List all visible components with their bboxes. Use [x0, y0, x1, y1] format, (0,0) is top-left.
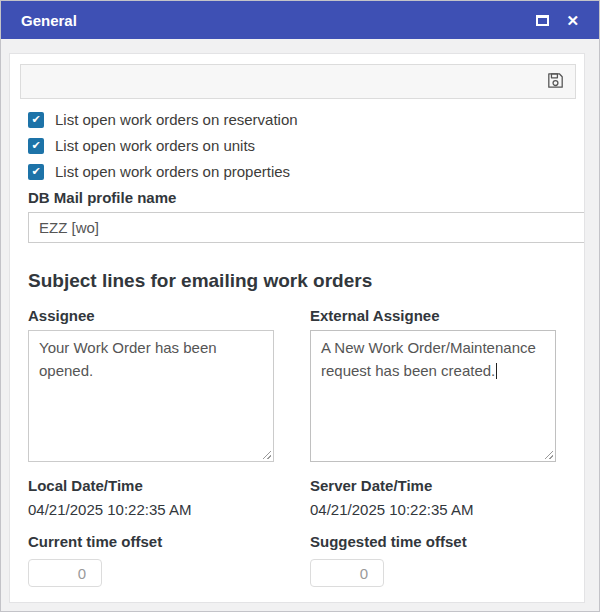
- checkbox-label: List open work orders on units: [55, 137, 255, 154]
- local-datetime-value: 04/21/2025 10:22:35 AM: [28, 501, 274, 518]
- checkbox-checked-icon[interactable]: ✔: [28, 138, 44, 154]
- dialog-body: ✔ List open work orders on reservation ✔…: [1, 39, 599, 611]
- save-button[interactable]: [545, 70, 566, 94]
- checkbox-label: List open work orders on properties: [55, 163, 290, 180]
- titlebar-buttons: ✕: [536, 13, 579, 28]
- check-icon: ✔: [31, 114, 40, 125]
- close-button[interactable]: ✕: [566, 13, 579, 28]
- external-assignee-label: External Assignee: [310, 307, 556, 324]
- current-offset-label: Current time offset: [28, 533, 274, 550]
- content-panel: ✔ List open work orders on reservation ✔…: [9, 53, 585, 603]
- resize-handle-icon[interactable]: [261, 449, 271, 459]
- check-icon: ✔: [31, 166, 40, 177]
- subject-lines-heading: Subject lines for emailing work orders: [28, 270, 572, 292]
- settings-form: ✔ List open work orders on reservation ✔…: [10, 99, 584, 603]
- checkbox-row-properties[interactable]: ✔ List open work orders on properties: [28, 163, 572, 180]
- checkbox-row-reservation[interactable]: ✔ List open work orders on reservation: [28, 111, 572, 128]
- save-icon: [547, 72, 564, 92]
- db-mail-profile-input[interactable]: [28, 212, 585, 243]
- assignee-subject-textarea[interactable]: Your Work Order has been opened.: [28, 330, 274, 462]
- current-offset-field: [28, 559, 274, 587]
- dialog-titlebar: General ✕: [1, 1, 599, 39]
- external-assignee-subject-textarea[interactable]: A New Work Order/Maintenance request has…: [310, 330, 556, 462]
- two-column-grid: Assignee External Assignee Your Work Ord…: [28, 307, 572, 587]
- external-assignee-subject-text: A New Work Order/Maintenance request has…: [321, 339, 536, 379]
- current-offset-input[interactable]: [28, 559, 102, 587]
- suggested-offset-input[interactable]: [310, 559, 384, 587]
- checkbox-checked-icon[interactable]: ✔: [28, 112, 44, 128]
- check-icon: ✔: [31, 140, 40, 151]
- maximize-icon: [536, 15, 549, 26]
- text-caret: [496, 363, 497, 379]
- close-icon: ✕: [566, 13, 579, 28]
- assignee-label: Assignee: [28, 307, 274, 324]
- suggested-offset-field: [310, 559, 556, 587]
- assignee-subject-text: Your Work Order has been opened.: [39, 339, 217, 379]
- suggested-offset-label: Suggested time offset: [310, 533, 556, 550]
- dialog-title: General: [21, 12, 77, 29]
- checkbox-row-units[interactable]: ✔ List open work orders on units: [28, 137, 572, 154]
- checkbox-checked-icon[interactable]: ✔: [28, 164, 44, 180]
- db-mail-profile-label: DB Mail profile name: [28, 189, 572, 206]
- checkbox-label: List open work orders on reservation: [55, 111, 298, 128]
- server-datetime-label: Server Date/Time: [310, 477, 556, 494]
- general-settings-dialog: General ✕: [0, 0, 600, 612]
- local-datetime-label: Local Date/Time: [28, 477, 274, 494]
- server-datetime-value: 04/21/2025 10:22:35 AM: [310, 501, 556, 518]
- resize-handle-icon[interactable]: [543, 449, 553, 459]
- toolbar: [20, 64, 576, 99]
- maximize-button[interactable]: [536, 15, 549, 26]
